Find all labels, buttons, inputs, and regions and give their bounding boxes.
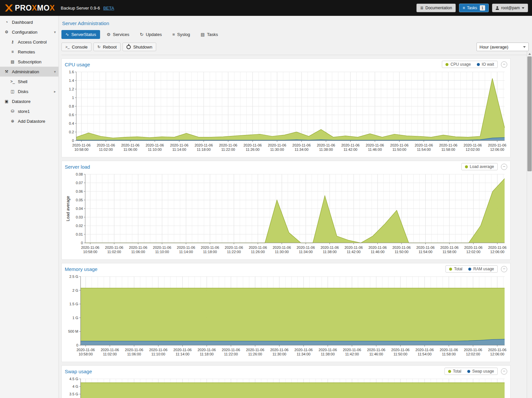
sidebar-item-shell[interactable]: >_Shell [0, 77, 58, 86]
svg-text:0.05: 0.05 [76, 198, 83, 202]
user-menu-button[interactable]: root@pam [492, 4, 528, 12]
sidebar-item-dashboard[interactable]: ◔Dashboard [0, 17, 58, 27]
sidebar-item-label: Remotes [18, 50, 35, 54]
svg-text:2020-11-06: 2020-11-06 [343, 348, 361, 352]
interval-select[interactable]: Hour (average) [477, 43, 529, 51]
documentation-button[interactable]: ≣ Documentation [416, 4, 456, 12]
syslog-icon: ≡ [172, 32, 175, 37]
svg-text:12:06:00: 12:06:00 [490, 250, 505, 254]
reboot-icon: ↻ [97, 45, 100, 49]
chart-canvas: 00.010.020.030.040.050.060.070.082020-11… [65, 172, 507, 258]
collapse-panel-button[interactable]: − [501, 368, 507, 375]
collapse-panel-button[interactable]: − [501, 164, 507, 170]
svg-text:2020-11-06: 2020-11-06 [146, 143, 164, 147]
svg-text:500 M: 500 M [68, 329, 78, 333]
svg-text:2020-11-06: 2020-11-06 [464, 348, 482, 352]
user-label: root@pam [501, 6, 520, 10]
sidebar-item-label: Administration [12, 69, 39, 74]
sidebar-item-store1[interactable]: ⛁store1 [0, 106, 58, 116]
svg-text:2020-11-06: 2020-11-06 [222, 348, 240, 352]
chart-legend: Load average [461, 163, 498, 170]
svg-text:11:50:00: 11:50:00 [392, 148, 406, 151]
sidebar-item-label: Access Control [18, 40, 47, 45]
tab-label: Services [113, 32, 129, 37]
svg-text:11:42:00: 11:42:00 [347, 250, 361, 254]
plus-circle-icon: ⊕ [9, 119, 16, 123]
chart-legend: TotalRAM usage [445, 265, 498, 273]
remotes-icon: ≡ [9, 50, 16, 54]
collapse-panel-button[interactable]: − [501, 61, 507, 68]
chart-canvas: 0500 M1 G1.5 G2 G2.5 G3 G3.5 G4 G4.5 G20… [65, 376, 507, 398]
shutdown-button[interactable]: Shutdown [123, 43, 156, 51]
sidebar: ◔Dashboard⚙Configuration▾⚷Access Control… [0, 16, 59, 398]
svg-text:11:30:00: 11:30:00 [275, 250, 289, 254]
archive-icon: ▣ [3, 99, 10, 104]
svg-text:0.04: 0.04 [76, 207, 83, 211]
scroll-up-button[interactable] [527, 51, 532, 56]
svg-text:12:06:00: 12:06:00 [490, 148, 504, 151]
svg-text:11:02:00: 11:02:00 [107, 250, 121, 254]
chart-legend: TotalSwap usage [444, 368, 498, 375]
svg-text:2020-11-06: 2020-11-06 [464, 246, 482, 249]
sidebar-item-disks[interactable]: ◫Disks▸ [0, 86, 58, 96]
reboot-button[interactable]: ↻Reboot [93, 43, 121, 51]
svg-text:11:46:00: 11:46:00 [371, 250, 384, 254]
tab-label: Syslog [177, 32, 190, 37]
vertical-scrollbar[interactable] [527, 51, 532, 398]
sidebar-item-datastore[interactable]: ▣Datastore [0, 96, 58, 106]
svg-text:11:50:00: 11:50:00 [395, 250, 408, 254]
svg-text:0: 0 [81, 241, 83, 245]
svg-text:1: 1 [72, 96, 74, 100]
sidebar-item-subscription[interactable]: ▤Subscription [0, 57, 58, 67]
proxmox-x-icon [4, 3, 14, 13]
svg-text:2020-11-06: 2020-11-06 [121, 143, 139, 147]
legend-dot [449, 268, 452, 271]
svg-text:2020-11-06: 2020-11-06 [292, 143, 310, 147]
chart-panel-header: Server loadLoad average− [65, 162, 507, 172]
sidebar-item-add-datastore[interactable]: ⊕Add Datastore [0, 116, 58, 126]
svg-text:11:58:00: 11:58:00 [441, 148, 455, 151]
tab-syslog[interactable]: ≡Syslog [168, 30, 194, 39]
sidebar-item-remotes[interactable]: ≡Remotes [0, 47, 58, 57]
legend-dot [477, 63, 480, 66]
sidebar-item-administration[interactable]: ⚒Administration▾ [0, 67, 58, 77]
tab-label: Tasks [207, 32, 218, 37]
app-version: Backup Server 0.9-6 [61, 6, 100, 11]
legend-item: Swap usage [467, 369, 494, 374]
sidebar-item-configuration[interactable]: ⚙Configuration▾ [0, 27, 58, 37]
tab-serverstatus[interactable]: ∿ServerStatus [61, 30, 100, 39]
svg-text:0.4: 0.4 [69, 121, 74, 125]
tasks-button[interactable]: ≡ Tasks 1 [459, 4, 489, 12]
legend-item: Total [448, 369, 461, 374]
collapse-panel-button[interactable]: − [501, 266, 507, 272]
toolbar-buttons: >_Console↻RebootShutdown [61, 43, 156, 51]
console-icon: >_ [65, 45, 70, 49]
tab-label: ServerStatus [71, 32, 96, 37]
svg-text:10:58:00: 10:58:00 [83, 250, 97, 254]
subscription-icon: ▤ [9, 59, 16, 64]
legend-dot [468, 268, 471, 271]
legend-dot [448, 370, 451, 373]
svg-text:2020-11-06: 2020-11-06 [416, 246, 435, 249]
sidebar-item-access-control[interactable]: ⚷Access Control [0, 37, 58, 47]
console-button[interactable]: >_Console [61, 43, 91, 51]
svg-text:11:38:00: 11:38:00 [321, 352, 335, 356]
svg-text:11:58:00: 11:58:00 [443, 250, 456, 254]
svg-text:4 G: 4 G [72, 384, 78, 388]
svg-text:11:50:00: 11:50:00 [394, 352, 408, 356]
svg-text:11:30:00: 11:30:00 [270, 148, 284, 151]
svg-text:2020-11-06: 2020-11-06 [270, 348, 288, 352]
tab-updates[interactable]: ↻Updates [136, 30, 166, 39]
svg-text:2020-11-06: 2020-11-06 [321, 246, 339, 249]
svg-text:11:54:00: 11:54:00 [417, 148, 431, 151]
svg-text:2020-11-06: 2020-11-06 [464, 143, 482, 147]
svg-text:0.01: 0.01 [76, 232, 83, 236]
beta-link[interactable]: BETA [103, 6, 114, 11]
scrollbar-thumb[interactable] [527, 56, 532, 171]
tab-tasks[interactable]: ▤Tasks [197, 30, 222, 39]
chart-title: Memory usage [65, 266, 97, 272]
svg-text:11:14:00: 11:14:00 [179, 250, 193, 254]
book-icon: ≣ [420, 6, 423, 10]
tab-services[interactable]: ⚙Services [103, 30, 133, 39]
svg-text:2020-11-06: 2020-11-06 [367, 348, 385, 352]
